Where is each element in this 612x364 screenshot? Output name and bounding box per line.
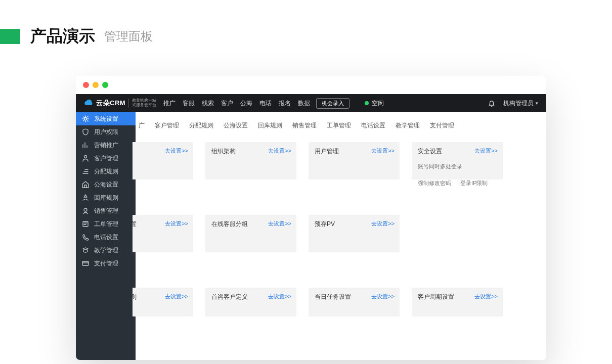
cards-row: 置去设置>>在线客服分组去设置>>预存PV去设置>> xyxy=(136,215,546,252)
page-header: 产品演示 管理面板 xyxy=(0,0,612,63)
settings-card: 去设置>> xyxy=(133,142,193,179)
settings-card: 则去设置>> xyxy=(133,288,193,316)
card-title: 当日任务设置 xyxy=(315,293,351,300)
content: 广客户管理分配规则公海设置回库规则销售管理工单管理电话设置教学管理支付管理 去设… xyxy=(136,112,546,360)
go-settings-link[interactable]: 去设置>> xyxy=(268,293,291,300)
settings-card: 预存PV去设置>> xyxy=(309,215,400,252)
sidebar-item-chart[interactable]: 营销推广 xyxy=(76,139,136,152)
sidebar-item-label: 公海设置 xyxy=(94,180,118,189)
sidebar-item-label: 营销推广 xyxy=(94,141,118,150)
sales-icon xyxy=(82,207,89,214)
go-settings-link[interactable]: 去设置>> xyxy=(268,147,291,155)
topnav-item[interactable]: 客服 xyxy=(183,99,195,108)
status-dot-icon xyxy=(365,101,369,105)
topnav-item[interactable]: 电话 xyxy=(259,99,272,108)
recycle-icon xyxy=(82,194,89,201)
cloud-icon xyxy=(84,100,93,107)
tab-item[interactable]: 广 xyxy=(134,119,150,132)
tab-item[interactable]: 工单管理 xyxy=(322,119,356,132)
settings-card: 首咨客户定义去设置>> xyxy=(205,288,296,316)
chart-icon xyxy=(82,142,89,149)
sidebar-item-label: 电话设置 xyxy=(94,233,118,242)
minimize-dot[interactable] xyxy=(93,82,99,88)
svg-rect-4 xyxy=(82,261,89,265)
settings-card: 安全设置去设置>>账号同时多处登录强制修改密码登录IP限制 xyxy=(412,142,503,179)
tab-item[interactable]: 分配规则 xyxy=(184,119,218,132)
maximize-dot[interactable] xyxy=(102,82,108,88)
go-settings-link[interactable]: 去设置>> xyxy=(371,220,395,228)
topnav-item[interactable]: 线索 xyxy=(202,99,214,108)
settings-card: 组织架构去设置>> xyxy=(205,142,296,179)
settings-card: 用户管理去设置>> xyxy=(309,142,400,179)
chevron-down-icon: ▾ xyxy=(536,101,538,106)
user-label: 机构管理员 xyxy=(503,99,534,108)
shield-icon xyxy=(82,128,89,135)
cards-row: 则去设置>>首咨客户定义去设置>>当日任务设置去设置>>客户周期设置去设置>> xyxy=(136,288,546,316)
svg-point-0 xyxy=(84,118,87,120)
record-entry-button[interactable]: 机会录入 xyxy=(316,98,349,109)
tab-item[interactable]: 教学管理 xyxy=(390,119,425,132)
sidebar-item-sea[interactable]: 公海设置 xyxy=(76,178,136,191)
teach-icon xyxy=(82,247,89,254)
topnav-item[interactable]: 推广 xyxy=(163,99,176,108)
go-settings-link[interactable]: 去设置>> xyxy=(371,147,395,155)
close-dot[interactable] xyxy=(83,82,89,88)
card-title: 客户周期设置 xyxy=(418,293,454,300)
topnav-item[interactable]: 报名 xyxy=(279,99,291,108)
app-window: 云朵CRM 教育机构一站 式服务云平台 推广 客服 线索 客户 公海 电话 报名… xyxy=(76,76,546,360)
ticket-icon xyxy=(82,220,89,228)
topnav-item[interactable]: 数据 xyxy=(298,99,310,108)
tab-item[interactable]: 电话设置 xyxy=(356,119,390,132)
tab-item[interactable]: 支付管理 xyxy=(425,119,459,132)
go-settings-link[interactable]: 去设置>> xyxy=(474,293,498,300)
bell-icon[interactable] xyxy=(488,100,495,107)
card-title: 在线客服分组 xyxy=(211,220,248,228)
sidebar-item-pay[interactable]: 支付管理 xyxy=(76,257,136,270)
tab-item[interactable]: 回库规则 xyxy=(253,119,287,132)
sidebar-item-user[interactable]: 客户管理 xyxy=(76,152,136,165)
logo: 云朵CRM 教育机构一站 式服务云平台 xyxy=(84,99,156,108)
sidebar-item-sales[interactable]: 销售管理 xyxy=(76,204,136,217)
card-title: 用户管理 xyxy=(315,148,339,155)
accent-block xyxy=(0,29,20,44)
sidebar-item-label: 教学管理 xyxy=(94,246,118,255)
sidebar-item-assign[interactable]: 分配规则 xyxy=(76,165,136,178)
logo-text: 云朵CRM xyxy=(96,99,125,108)
tab-item[interactable]: 客户管理 xyxy=(150,119,184,132)
sidebar-item-settings[interactable]: 系统设置 xyxy=(76,112,136,125)
card-sub-item: 账号同时多处登录 xyxy=(418,163,462,170)
sidebar-item-phone[interactable]: 电话设置 xyxy=(76,231,136,244)
pay-icon xyxy=(82,260,89,267)
sidebar-item-teach[interactable]: 教学管理 xyxy=(76,244,136,257)
topnav: 推广 客服 线索 客户 公海 电话 报名 数据 xyxy=(163,99,310,108)
settings-icon xyxy=(82,115,89,122)
settings-card: 当日任务设置去设置>> xyxy=(309,288,400,316)
go-settings-link[interactable]: 去设置>> xyxy=(474,147,498,155)
topnav-item[interactable]: 客户 xyxy=(221,99,233,108)
sidebar-item-label: 系统设置 xyxy=(94,115,118,123)
go-settings-link[interactable]: 去设置>> xyxy=(165,147,188,155)
card-title: 安全设置 xyxy=(418,148,442,155)
card-sub-item: 强制修改密码 xyxy=(418,179,451,187)
go-settings-link[interactable]: 去设置>> xyxy=(165,293,188,300)
user-icon xyxy=(82,155,89,162)
sidebar-item-ticket[interactable]: 工单管理 xyxy=(76,217,136,231)
sidebar-item-label: 工单管理 xyxy=(94,220,118,229)
sidebar-item-label: 分配规则 xyxy=(94,167,118,176)
tabs: 广客户管理分配规则公海设置回库规则销售管理工单管理电话设置教学管理支付管理 xyxy=(134,112,546,139)
svg-rect-3 xyxy=(83,221,88,226)
tab-item[interactable]: 公海设置 xyxy=(218,119,253,132)
go-settings-link[interactable]: 去设置>> xyxy=(371,293,395,300)
go-settings-link[interactable]: 去设置>> xyxy=(165,220,188,228)
topnav-item[interactable]: 公海 xyxy=(240,99,252,108)
assign-icon xyxy=(82,168,89,175)
sidebar-item-shield[interactable]: 用户权限 xyxy=(76,125,136,139)
card-title: 则 xyxy=(130,293,137,301)
window-chrome xyxy=(76,76,546,94)
user-menu[interactable]: 机构管理员 ▾ xyxy=(503,99,538,108)
tab-item[interactable]: 销售管理 xyxy=(287,119,322,132)
topbar: 云朵CRM 教育机构一站 式服务云平台 推广 客服 线索 客户 公海 电话 报名… xyxy=(76,94,546,112)
sidebar-item-recycle[interactable]: 回库规则 xyxy=(76,191,136,204)
go-settings-link[interactable]: 去设置>> xyxy=(268,220,291,228)
status-indicator[interactable]: 空闲 xyxy=(365,99,384,108)
